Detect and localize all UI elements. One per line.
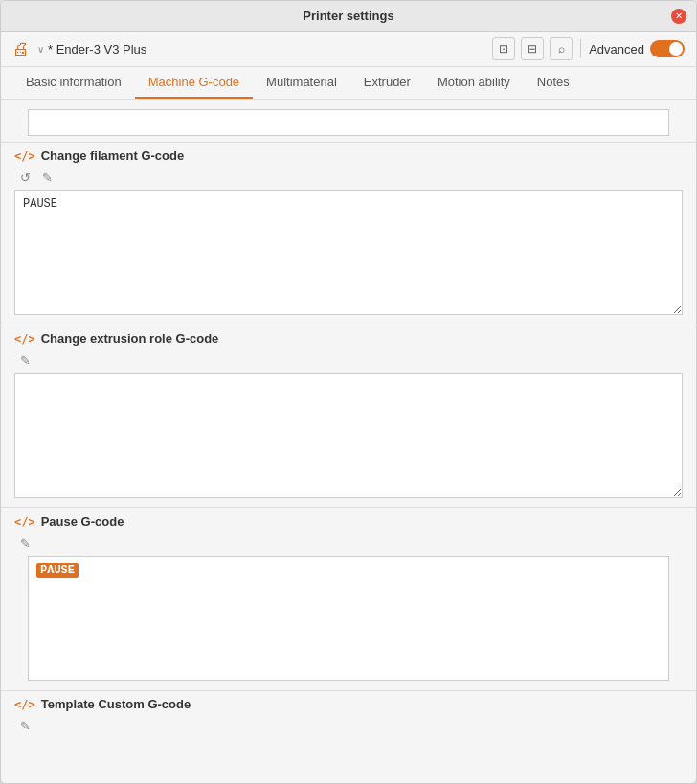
template-custom-section: </> Template Custom G-code ✎ [1,690,696,735]
copy-button[interactable]: ⊟ [521,37,544,60]
change-filament-actions: ↺ ✎ [14,168,683,187]
change-filament-textarea[interactable]: PAUSE [14,190,683,315]
template-custom-header: </> Template Custom G-code [14,691,683,711]
edit-button-template[interactable]: ✎ [16,717,34,735]
advanced-label: Advanced [589,42,644,56]
search-icon: ⌕ [558,42,565,56]
edit-button-pause[interactable]: ✎ [16,534,34,552]
pause-gcode-actions: ✎ [14,534,683,552]
toolbar: 🖨 ∨ * Ender-3 V3 Plus ⊡ ⊟ ⌕ Advanced [1,32,696,67]
printer-settings-window: Printer settings ✕ 🖨 ∨ * Ender-3 V3 Plus… [0,0,697,784]
printer-name: * Ender-3 V3 Plus [48,42,146,56]
dropdown-arrow-icon: ∨ [37,44,44,55]
section-code-icon4: </> [14,698,35,711]
change-extrusion-actions: ✎ [14,351,683,370]
printer-icon: 🖨 [12,39,30,59]
copy-icon: ⊟ [528,42,537,56]
pause-highlight-text: PAUSE [36,563,79,578]
top-section [1,100,696,142]
close-button[interactable]: ✕ [671,9,686,24]
reset-icon: ↺ [20,170,31,185]
save-icon: ⊡ [499,42,508,56]
tab-basic-information[interactable]: Basic information [12,67,135,99]
toolbar-separator [580,39,581,58]
change-extrusion-section: </> Change extrusion role G-code ✎ [1,325,696,498]
tabs-bar: Basic information Machine G-code Multima… [1,67,696,100]
toolbar-actions: ⊡ ⊟ ⌕ Advanced [492,37,685,60]
title-bar: Printer settings ✕ [1,1,696,32]
pause-gcode-title: Pause G-code [41,514,124,528]
change-filament-header: </> Change filament G-code [14,143,683,163]
change-extrusion-title: Change extrusion role G-code [41,331,219,346]
change-extrusion-textarea[interactable] [14,373,683,498]
advanced-toggle[interactable] [650,40,685,57]
top-textarea[interactable] [28,109,669,136]
template-custom-title: Template Custom G-code [41,697,191,711]
tab-motion-ability[interactable]: Motion ability [424,67,524,99]
section-code-icon: </> [14,149,35,163]
template-custom-actions: ✎ [14,717,683,735]
pause-gcode-header: </> Pause G-code [14,508,683,528]
tab-extruder[interactable]: Extruder [350,67,424,99]
section-code-icon3: </> [14,515,35,528]
edit-icon: ✎ [42,170,53,185]
content-area: </> Change filament G-code ↺ ✎ PAUSE </>… [1,100,696,783]
change-filament-section: </> Change filament G-code ↺ ✎ PAUSE [1,142,696,315]
printer-dropdown[interactable]: ∨ * Ender-3 V3 Plus [37,42,484,56]
change-filament-title: Change filament G-code [41,148,185,163]
tab-machine-gcode[interactable]: Machine G-code [135,67,253,99]
reset-button-filament[interactable]: ↺ [16,168,34,187]
edit-icon4: ✎ [20,719,31,733]
change-extrusion-header: </> Change extrusion role G-code [14,325,683,346]
pause-gcode-textarea-wrapper[interactable]: PAUSE [28,556,669,681]
window-title: Printer settings [303,9,393,23]
save-button[interactable]: ⊡ [492,37,515,60]
edit-icon2: ✎ [20,353,31,368]
section-code-icon2: </> [14,332,35,346]
edit-icon3: ✎ [20,536,31,550]
tab-multimaterial[interactable]: Multimaterial [253,67,350,99]
pause-gcode-section: </> Pause G-code ✎ PAUSE [1,507,696,681]
search-button[interactable]: ⌕ [550,37,573,60]
edit-button-extrusion[interactable]: ✎ [16,351,34,370]
edit-button-filament[interactable]: ✎ [38,168,56,187]
tab-notes[interactable]: Notes [524,67,583,99]
